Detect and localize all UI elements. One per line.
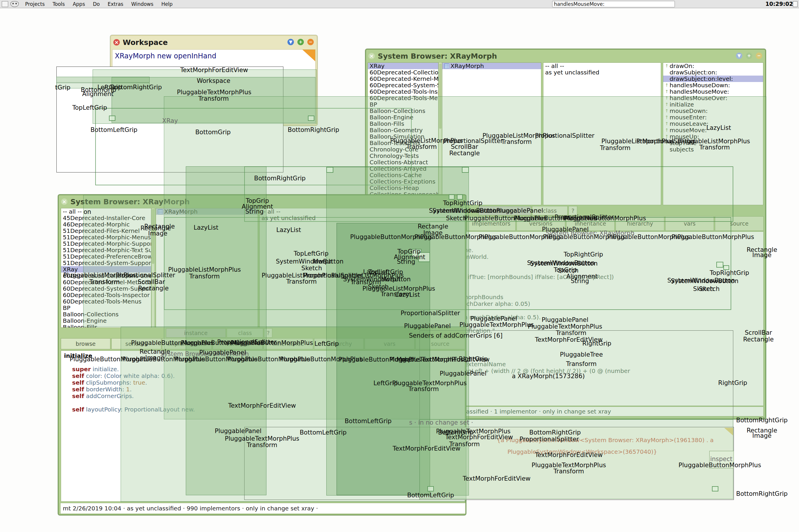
inspector-window[interactable]: {a PluggableSystemWindow<System Browser:… <box>419 427 734 500</box>
workspace-code[interactable]: XRayMorph new openInHand <box>115 52 216 60</box>
list-item-51deprecated-system-support[interactable]: 51Deprecated-System-Support <box>61 260 151 266</box>
menu-item-do[interactable]: Do <box>93 1 100 7</box>
list-item-xray[interactable]: XRay <box>368 63 438 69</box>
list-item-handlesmousedown[interactable]: ↑handlesMouseDown: <box>663 82 763 89</box>
tab-instance[interactable]: instance <box>166 328 226 338</box>
tab-class[interactable]: class <box>227 328 263 338</box>
browser-button-inheritance[interactable]: inheritance <box>566 216 615 231</box>
window-menu-icon[interactable]: ▼ <box>288 39 294 45</box>
list-item-balloon-engine[interactable]: Balloon-Engine <box>61 318 151 324</box>
scrollbar[interactable] <box>438 62 442 205</box>
list-item-51deprecated-files-kernel[interactable]: 51Deprecated-Files-Kernel <box>61 228 151 234</box>
list-item-chronology-core[interactable]: Chronology-Core <box>368 146 438 153</box>
list-item-handlesmousemove[interactable]: ↑handlesMouseMove: <box>663 89 763 95</box>
list-item-drawsubject-on-level[interactable]: ↑drawSubject:on:level: <box>663 76 763 82</box>
close-icon[interactable] <box>368 53 375 59</box>
menu-item-windows[interactable]: Windows <box>131 1 153 7</box>
collapse-icon[interactable]: − <box>307 39 314 45</box>
list-item-60deprecated-tools-inspector[interactable]: 60Deprecated-Tools-Inspector <box>61 292 151 298</box>
list-item-steptime[interactable]: ↑stepTime <box>663 140 763 146</box>
browser-button-versions[interactable]: versions <box>516 216 565 231</box>
list-item-initialize[interactable]: ↑initialize <box>663 101 763 108</box>
list-item-balloon-geometry[interactable]: Balloon-Geometry <box>368 127 438 133</box>
package-list[interactable]: -- all --45Deprecated-Installer-Core46De… <box>61 208 151 328</box>
list-item-xraymorph[interactable]: XRayMorph <box>442 63 541 69</box>
list-item-bp[interactable]: BP <box>61 305 151 311</box>
document-icon[interactable] <box>793 1 798 7</box>
list-item-as-yet-unclassified[interactable]: as yet unclassified <box>260 215 465 221</box>
browser-button-versions[interactable]: versions <box>213 338 262 349</box>
list-item-chronology-tests[interactable]: Chronology-Tests <box>368 153 438 159</box>
class-list[interactable]: XRayMorph <box>156 208 258 328</box>
tab-[interactable]: ? <box>568 206 577 215</box>
list-item-drawsubject-on[interactable]: ↑drawSubject:on: <box>663 69 763 76</box>
list-item-mouseleave[interactable]: ↑mouseLeave: <box>663 120 763 127</box>
system-browser-bottom[interactable]: System Browser: XRayMorph -- all --45Dep… <box>58 194 466 515</box>
menu-item-extras[interactable]: Extras <box>108 1 124 7</box>
list-item-collections-abstract[interactable]: Collections-Abstract <box>368 159 438 166</box>
scrollbar[interactable] <box>151 208 155 328</box>
menu-item-help[interactable]: Help <box>161 1 172 7</box>
browser-button-implementors[interactable]: implementors <box>162 338 212 349</box>
list-item-all[interactable]: -- all -- <box>260 208 465 215</box>
list-item-60deprecated-tools-inspector[interactable]: 60Deprecated-Tools-Inspector <box>368 89 438 95</box>
class-list[interactable]: XRayMorph <box>442 62 541 205</box>
list-item-balloon-simulation[interactable]: Balloon-Simulation <box>368 133 438 140</box>
list-item-balloon-fills[interactable]: Balloon-Fills <box>368 120 438 127</box>
list-item-balloon-collections[interactable]: Balloon-Collections <box>61 311 151 318</box>
tab-[interactable]: ? <box>264 328 272 338</box>
menu-search-field[interactable]: handlesMouseMove: <box>552 1 675 7</box>
list-item-xraymorph[interactable]: XRayMorph <box>156 208 258 215</box>
browser-titlebar[interactable]: System Browser: XRayMorph ▼ + − <box>366 50 765 62</box>
menu-item-apps[interactable]: Apps <box>73 1 85 7</box>
list-item-60deprecated-kernel-methods[interactable]: 60Deprecated-Kernel-Methods <box>368 76 438 82</box>
list-item-bp[interactable]: BP <box>368 101 438 108</box>
list-item-subjects[interactable]: ↑subjects <box>663 146 763 153</box>
list-item-all[interactable]: -- all -- <box>61 208 151 215</box>
list-item-51deprecated-morphic-menus[interactable]: 51Deprecated-Morphic-Menus <box>61 234 151 241</box>
browser-button-source[interactable]: source <box>715 216 764 231</box>
browser-button-browse[interactable]: browse <box>61 338 110 349</box>
list-item-60deprecated-kernel-methods[interactable]: 60Deprecated-Kernel-Methods <box>61 279 151 285</box>
list-item-balloon-collections[interactable]: Balloon-Collections <box>368 108 438 114</box>
list-item-60deprecated-collections-streams[interactable]: 60Deprecated-Collections-Streams <box>61 272 151 279</box>
menu-item-projects[interactable]: Projects <box>25 1 45 7</box>
expand-icon[interactable]: + <box>297 39 304 45</box>
list-item-drawon[interactable]: ↑drawOn: <box>663 63 763 69</box>
list-item-46deprecated-morphic[interactable]: 46Deprecated-Morphic <box>61 221 151 228</box>
browser-button-source[interactable]: source <box>415 338 465 349</box>
browser-button-senders[interactable]: senders <box>111 338 161 349</box>
browser-button-hierarchy[interactable]: hierarchy <box>314 338 364 349</box>
close-icon[interactable] <box>61 198 68 205</box>
workspace-text-area[interactable]: XRayMorph new openInHand <box>112 49 315 124</box>
list-item-60deprecated-tools-menus[interactable]: 60Deprecated-Tools-Menus <box>368 95 438 101</box>
list-item-60deprecated-tools-menus[interactable]: 60Deprecated-Tools-Menus <box>61 298 151 305</box>
list-item-xray[interactable]: XRay <box>61 266 151 272</box>
close-icon[interactable] <box>113 39 120 45</box>
list-item-handlesmouseover[interactable]: ↑handlesMouseOver: <box>663 95 763 101</box>
browser-button-vars[interactable]: vars <box>365 338 414 349</box>
browser-button-inheritance[interactable]: inheritance <box>264 338 313 349</box>
list-item-balloon-engine[interactable]: Balloon-Engine <box>368 114 438 120</box>
list-item-balloon-tests-fills[interactable]: Balloon-Tests-Fills <box>368 140 438 146</box>
window-menu-icon[interactable]: ▼ <box>736 53 742 59</box>
category-list[interactable]: -- all --as yet unclassified <box>543 62 661 205</box>
list-item-collections-exceptions[interactable]: Collections-Exceptions <box>368 178 438 185</box>
list-item-balloon-fills[interactable]: Balloon-Fills <box>61 324 151 328</box>
browser-button-vars[interactable]: vars <box>665 216 714 231</box>
expand-icon[interactable]: + <box>746 53 752 59</box>
list-item-collections-cache[interactable]: Collections-Cache <box>368 172 438 178</box>
list-item-as-yet-unclassified[interactable]: as yet unclassified <box>543 69 661 76</box>
app-icon[interactable] <box>2 1 8 7</box>
list-item-all[interactable]: -- all -- <box>543 63 661 69</box>
workspace-window[interactable]: Workspace ▼ + − XRayMorph new openInHand <box>110 35 317 126</box>
package-list[interactable]: XRay60Deprecated-Collections-Stream60Dep… <box>367 62 438 205</box>
browser-titlebar[interactable]: System Browser: XRayMorph <box>59 195 466 208</box>
method-list[interactable]: ↑drawOn:↑drawSubject:on:↑drawSubject:on:… <box>663 62 763 205</box>
list-item-mouseenter[interactable]: ↑mouseEnter: <box>663 114 763 120</box>
code-pane[interactable]: initialize super initialize. self color:… <box>61 350 465 502</box>
collapse-icon[interactable]: − <box>756 53 762 59</box>
list-item-60deprecated-system-support[interactable]: 60Deprecated-System-Support <box>61 285 151 292</box>
list-item-collections-arrayed[interactable]: Collections-Arrayed <box>368 166 438 172</box>
list-item-mouseup[interactable]: ↑mouseUp: <box>663 133 763 140</box>
